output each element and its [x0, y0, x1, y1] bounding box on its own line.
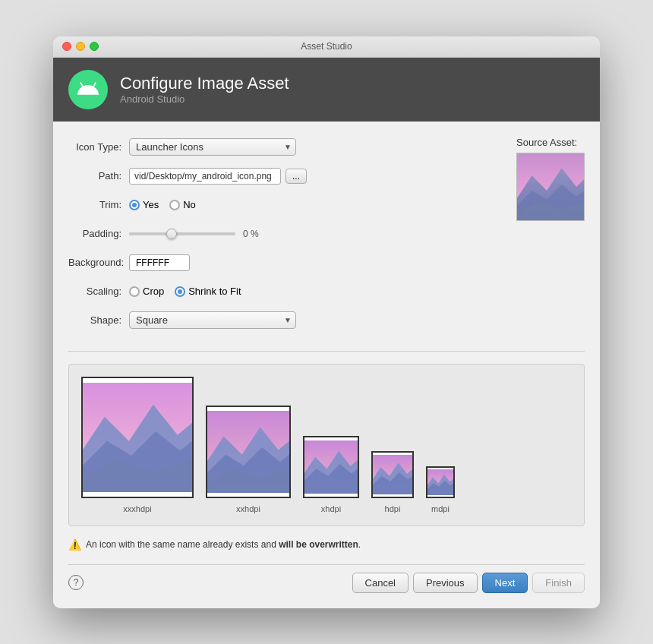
main-window: Asset Studio Configure Image Asset Andro… — [53, 36, 600, 608]
svg-point-0 — [84, 91, 86, 93]
dialog-header: Configure Image Asset Android Studio — [53, 58, 600, 122]
warning-icon: ⚠️ — [68, 538, 81, 551]
padding-control: 0 % — [129, 229, 501, 239]
trim-no-radio[interactable] — [169, 200, 180, 210]
path-row: Path: ... — [68, 166, 501, 187]
window-title: Asset Studio — [301, 41, 352, 52]
padding-value: 0 % — [243, 229, 266, 239]
close-button[interactable] — [62, 42, 71, 51]
scaling-shrink-label[interactable]: Shrink to Fit — [175, 286, 241, 297]
preview-item-mdpi: mdpi — [426, 466, 455, 513]
preview-xhdpi-image — [304, 437, 358, 497]
next-button[interactable]: Next — [482, 573, 528, 593]
preview-mdpi-label: mdpi — [431, 504, 450, 513]
preview-item-xxhdpi: xxhdpi — [206, 406, 291, 513]
svg-point-1 — [91, 91, 93, 93]
warning-text-after: . — [358, 539, 361, 550]
source-asset-label: Source Asset: — [516, 137, 577, 148]
preview-xxxhdpi — [81, 377, 194, 498]
preview-xxhdpi-image — [207, 407, 289, 497]
scaling-control: Crop Shrink to Fit — [129, 286, 501, 297]
title-bar: Asset Studio — [53, 36, 600, 58]
icon-type-row: Icon Type: Launcher Icons Action Bar and… — [68, 137, 501, 158]
traffic-lights — [62, 42, 99, 51]
background-control — [129, 254, 501, 271]
preview-xxhdpi — [206, 406, 291, 498]
preview-xhdpi — [303, 436, 359, 498]
android-logo — [68, 70, 108, 109]
android-icon — [75, 77, 101, 103]
icon-type-select[interactable]: Launcher Icons Action Bar and Tab Icons … — [129, 138, 296, 156]
dialog-title: Configure Image Asset — [120, 74, 289, 93]
form-section: Icon Type: Launcher Icons Action Bar and… — [68, 137, 585, 339]
scaling-label: Scaling: — [68, 286, 129, 297]
shape-select-wrapper: Square Circle None ▼ — [129, 311, 296, 329]
background-color-input[interactable] — [129, 254, 190, 271]
preview-xxxhdpi-label: xxxhdpi — [123, 504, 151, 513]
trim-yes-radio[interactable] — [129, 200, 140, 210]
preview-row: xxxhdpi — [68, 364, 585, 526]
warning-text-before: An icon with the same name already exist… — [86, 539, 279, 550]
slider-track — [129, 232, 235, 235]
scaling-crop-label[interactable]: Crop — [129, 286, 164, 297]
source-asset-image — [517, 153, 584, 220]
path-control: ... — [129, 168, 501, 185]
preview-xxxhdpi-image — [83, 378, 192, 497]
scaling-row: Scaling: Crop Shrink to Fit — [68, 281, 501, 302]
shape-label: Shape: — [68, 314, 129, 326]
trim-yes-text: Yes — [143, 199, 159, 210]
warning-text-bold: will be overwritten — [279, 539, 358, 550]
trim-no-text: No — [183, 199, 196, 210]
preview-mdpi — [426, 466, 455, 498]
slider-thumb[interactable] — [166, 229, 177, 239]
warning-text: An icon with the same name already exist… — [86, 539, 361, 550]
dialog-buttons: Cancel Previous Next Finish — [352, 573, 585, 593]
source-asset-preview — [516, 153, 585, 221]
shape-select[interactable]: Square Circle None — [129, 311, 296, 329]
preview-hdpi — [371, 451, 414, 498]
section-divider — [68, 351, 585, 352]
icon-type-control: Launcher Icons Action Bar and Tab Icons … — [129, 138, 501, 156]
button-row: ? Cancel Previous Next Finish — [68, 564, 585, 593]
path-input[interactable] — [129, 168, 281, 185]
padding-label: Padding: — [68, 228, 129, 239]
trim-control: Yes No — [129, 199, 501, 210]
warning-row: ⚠️ An icon with the same name already ex… — [68, 535, 585, 554]
scaling-crop-radio[interactable] — [129, 286, 140, 297]
scaling-shrink-text: Shrink to Fit — [188, 286, 241, 297]
finish-button[interactable]: Finish — [532, 573, 585, 593]
shape-row: Shape: Square Circle None ▼ — [68, 310, 501, 331]
header-text: Configure Image Asset Android Studio — [120, 74, 289, 105]
dialog-subtitle: Android Studio — [120, 93, 289, 105]
dialog-content: Icon Type: Launcher Icons Action Bar and… — [53, 122, 600, 608]
shape-control: Square Circle None ▼ — [129, 311, 501, 329]
minimize-button[interactable] — [76, 42, 85, 51]
preview-item-xxxhdpi: xxxhdpi — [81, 377, 194, 513]
trim-no-label[interactable]: No — [169, 199, 196, 210]
scaling-crop-text: Crop — [143, 286, 164, 297]
path-label: Path: — [68, 170, 129, 182]
form-left: Icon Type: Launcher Icons Action Bar and… — [68, 137, 501, 339]
background-row: Background: — [68, 252, 501, 273]
previous-button[interactable]: Previous — [413, 573, 478, 593]
preview-section: xxxhdpi — [68, 364, 585, 526]
preview-xxhdpi-label: xxhdpi — [236, 504, 260, 513]
padding-slider[interactable] — [129, 232, 235, 235]
trim-yes-label[interactable]: Yes — [129, 199, 159, 210]
preview-item-xhdpi: xhdpi — [303, 436, 359, 513]
scaling-shrink-radio[interactable] — [175, 286, 185, 297]
browse-button[interactable]: ... — [285, 169, 307, 184]
preview-item-hdpi: hdpi — [371, 451, 414, 513]
cancel-button[interactable]: Cancel — [352, 573, 409, 593]
maximize-button[interactable] — [90, 42, 99, 51]
help-button[interactable]: ? — [68, 575, 84, 590]
preview-hdpi-image — [373, 452, 412, 497]
background-label: Background: — [68, 257, 129, 268]
preview-hdpi-label: hdpi — [385, 504, 401, 513]
preview-mdpi-image — [427, 467, 453, 497]
icon-type-label: Icon Type: — [68, 141, 129, 153]
icon-type-select-wrapper: Launcher Icons Action Bar and Tab Icons … — [129, 138, 296, 156]
trim-label: Trim: — [68, 199, 129, 210]
preview-xhdpi-label: xhdpi — [321, 504, 341, 513]
trim-row: Trim: Yes No — [68, 194, 501, 216]
